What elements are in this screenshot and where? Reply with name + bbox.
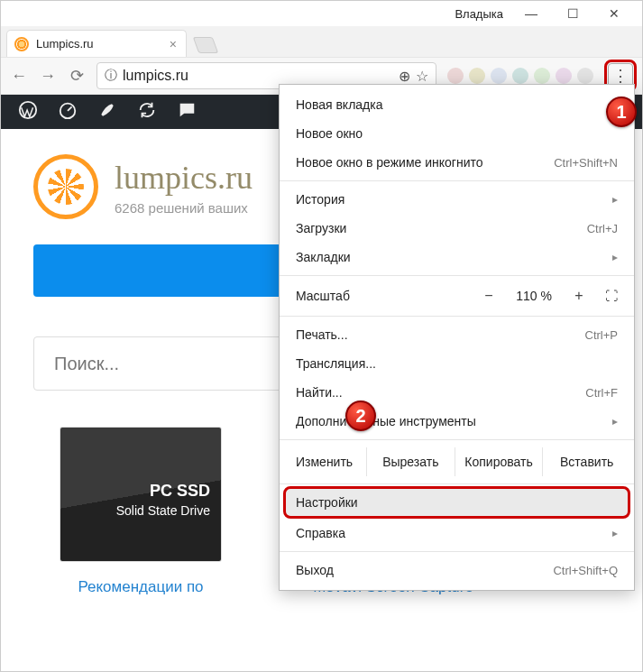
comments-icon[interactable]	[176, 100, 197, 124]
site-tagline: 6268 решений ваших	[115, 200, 253, 216]
menu-separator	[280, 180, 634, 181]
tab-title: Lumpics.ru	[36, 37, 162, 51]
chrome-menu: Новая вкладка Новое окно Новое окно в ре…	[279, 84, 635, 591]
site-title: lumpics.ru	[115, 159, 253, 197]
forward-button[interactable]: →	[39, 67, 57, 86]
copy-button[interactable]: Копировать	[455, 447, 543, 476]
url-text: lumpics.ru	[123, 68, 393, 84]
window-titlebar: Владыка — ☐ ✕	[1, 1, 642, 26]
card-caption: Рекомендации по	[78, 578, 203, 596]
submenu-arrow-icon: ▸	[612, 251, 618, 263]
submenu-arrow-icon: ▸	[612, 415, 618, 428]
menu-help[interactable]: Справка▸	[280, 519, 634, 548]
callout-badge-1: 1	[606, 97, 637, 127]
menu-bookmarks[interactable]: Закладки▸	[280, 243, 634, 272]
reload-button[interactable]: ⟳	[68, 66, 86, 86]
submenu-arrow-icon: ▸	[612, 527, 618, 539]
new-tab-button[interactable]	[193, 37, 219, 53]
menu-new-tab[interactable]: Новая вкладка	[280, 90, 634, 119]
zoom-value: 110 %	[510, 289, 558, 303]
menu-find[interactable]: Найти...Ctrl+F	[280, 378, 634, 407]
ssd-overlay-text: PC SSD Solid State Drive	[116, 480, 210, 520]
menu-separator	[280, 439, 634, 440]
callout-badge-2: 2	[345, 400, 376, 431]
menu-new-window[interactable]: Новое окно	[280, 119, 634, 148]
site-logo-icon	[33, 154, 98, 219]
profile-name[interactable]: Владыка	[455, 7, 503, 21]
updates-icon[interactable]	[136, 100, 158, 124]
close-tab-button[interactable]: ×	[170, 37, 177, 51]
menu-downloads[interactable]: ЗагрузкиCtrl+J	[280, 214, 634, 243]
cut-button[interactable]: Вырезать	[366, 447, 455, 476]
thumb-ssd: PC SSD Solid State Drive	[60, 427, 222, 562]
menu-exit[interactable]: ВыходCtrl+Shift+Q	[280, 556, 634, 585]
zoom-out-button[interactable]: −	[477, 284, 501, 308]
edit-label: Изменить	[296, 455, 366, 469]
extension-icon[interactable]	[556, 68, 572, 84]
menu-print[interactable]: Печать...Ctrl+P	[280, 320, 634, 349]
extension-icon[interactable]	[469, 68, 485, 84]
dashboard-icon[interactable]	[57, 100, 78, 124]
tabstrip: Lumpics.ru ×	[1, 26, 642, 57]
extension-icon[interactable]	[577, 68, 593, 84]
maximize-button[interactable]: ☐	[552, 1, 593, 26]
zoom-indicator-icon[interactable]: ⊕	[399, 68, 410, 85]
minimize-button[interactable]: —	[510, 1, 552, 26]
menu-history[interactable]: История▸	[280, 185, 634, 214]
zoom-in-button[interactable]: +	[567, 284, 591, 308]
close-window-button[interactable]: ✕	[593, 1, 635, 26]
fullscreen-icon[interactable]: ⛶	[605, 289, 618, 303]
menu-settings[interactable]: Настройки	[285, 488, 629, 517]
svg-line-2	[68, 106, 72, 111]
extension-icon[interactable]	[491, 68, 507, 84]
svg-point-1	[60, 103, 76, 118]
extension-icon[interactable]	[512, 68, 528, 84]
menu-separator	[280, 316, 634, 317]
submenu-arrow-icon: ▸	[612, 193, 618, 206]
favicon-icon	[14, 37, 29, 51]
menu-separator	[280, 483, 634, 484]
menu-zoom: Масштаб − 110 % + ⛶	[280, 280, 634, 312]
extensions-bar	[447, 68, 593, 84]
menu-incognito[interactable]: Новое окно в режиме инкогнитоCtrl+Shift+…	[280, 148, 634, 177]
customize-icon[interactable]	[96, 101, 118, 124]
menu-more-tools[interactable]: Дополнительные инструменты▸	[280, 407, 634, 436]
menu-edit-row: Изменить Вырезать Копировать Вставить	[280, 444, 634, 480]
browser-window: Владыка — ☐ ✕ Lumpics.ru × ← → ⟳ ⓘ lumpi…	[0, 0, 643, 672]
tab-lumpics[interactable]: Lumpics.ru ×	[6, 30, 187, 57]
menu-separator	[280, 275, 634, 276]
wordpress-icon[interactable]	[17, 100, 39, 124]
site-info-icon[interactable]: ⓘ	[105, 68, 117, 84]
back-button[interactable]: ←	[10, 67, 28, 86]
paste-button[interactable]: Вставить	[542, 447, 630, 476]
menu-separator	[280, 551, 634, 552]
extension-icon[interactable]	[534, 68, 550, 84]
card-ssd[interactable]: PC SSD Solid State Drive Рекомендации по	[46, 427, 235, 596]
extension-icon[interactable]	[447, 68, 464, 84]
bookmark-star-icon[interactable]: ☆	[416, 68, 428, 85]
menu-cast[interactable]: Трансляция...	[280, 349, 634, 378]
zoom-label: Масштаб	[296, 289, 468, 303]
